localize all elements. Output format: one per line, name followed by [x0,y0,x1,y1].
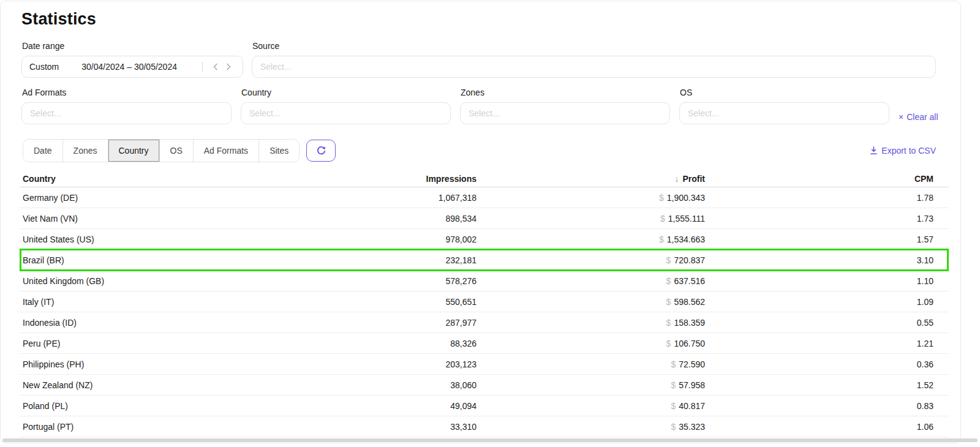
profit-cell: $158.359 [477,318,705,328]
column-header-profit[interactable]: ↓Profit [477,174,705,184]
country-select[interactable] [241,102,451,124]
zones-label: Zones [461,88,670,97]
cpm-cell: 3.10 [705,255,933,265]
cpm-cell: 1.09 [705,297,933,307]
cpm-cell: 1.57 [705,235,933,244]
zones-select[interactable] [460,102,670,124]
cpm-cell: 1.78 [705,193,933,203]
country-filter-label: Country [241,88,451,97]
profit-cell: $106.750 [477,339,705,348]
divider [202,62,203,72]
table-row[interactable]: Poland (PL) 49,094 $40.817 0.83 [20,396,949,416]
date-range-mode[interactable]: Custom [29,62,59,72]
currency-symbol: $ [671,380,676,390]
country-cell: Philippines (PH) [23,359,293,369]
export-csv-label: Export to CSV [881,146,936,156]
previous-range-button[interactable] [208,60,222,73]
impressions-cell: 978,002 [293,235,477,244]
profit-cell: $35.323 [477,422,705,432]
country-cell: United States (US) [23,235,293,244]
country-cell: Poland (PL) [23,401,293,411]
impressions-cell: 1,067,318 [293,193,477,203]
os-select[interactable] [679,102,889,124]
tab-ad-formats[interactable]: Ad Formats [194,140,259,162]
table-row[interactable]: Viet Nam (VN) 898,534 $1,555.111 1.73 [20,208,949,229]
country-cell: Italy (IT) [23,297,293,307]
cpm-cell: 1.52 [705,380,933,390]
impressions-cell: 287,977 [293,318,477,328]
profit-cell: $637.516 [477,276,705,286]
table-row[interactable]: Indonesia (ID) 287,977 $158.359 0.55 [20,312,949,333]
clear-all-button[interactable]: × Clear all [899,112,938,122]
profit-cell: $1,900.343 [477,193,705,203]
date-range-picker[interactable]: Custom 30/04/2024 – 30/05/2024 [21,56,243,78]
tab-date[interactable]: Date [23,140,63,162]
source-select[interactable] [252,56,936,78]
ad-formats-select[interactable] [21,102,232,124]
tab-sites[interactable]: Sites [259,140,299,162]
currency-symbol: $ [659,193,664,203]
page-title: Statistics [21,10,980,29]
impressions-cell: 578,276 [293,276,477,286]
cpm-cell: 0.83 [705,401,933,411]
impressions-cell: 898,534 [293,214,477,224]
date-range-label: Date range [22,41,243,51]
currency-symbol: $ [666,276,671,286]
currency-symbol: $ [671,422,676,432]
filters-section: Date range Custom 30/04/2024 – 30/05/202… [0,41,980,124]
country-cell: United Kingdom (GB) [23,276,293,286]
tab-zones[interactable]: Zones [63,140,108,162]
impressions-cell: 88,326 [293,339,477,348]
currency-symbol: $ [671,359,676,369]
date-range-value[interactable]: 30/04/2024 – 30/05/2024 [59,62,200,72]
table-row[interactable]: Peru (PE) 88,326 $106.750 1.21 [20,333,949,354]
profit-cell: $720.837 [477,255,705,265]
cpm-cell: 0.36 [705,359,933,369]
currency-symbol: $ [666,255,671,265]
clear-all-label: Clear all [907,112,938,122]
table-row[interactable]: Philippines (PH) 203,123 $72.590 0.36 [20,354,949,375]
chevron-left-icon [213,63,218,70]
impressions-cell: 33,310 [293,422,477,432]
clear-icon: × [899,113,903,121]
tab-os[interactable]: OS [160,140,194,162]
next-range-button[interactable] [222,60,235,73]
cpm-cell: 1.06 [705,422,933,432]
table-row[interactable]: United Kingdom (GB) 578,276 $637.516 1.1… [20,271,949,291]
table-row[interactable]: United States (US) 978,002 $1,534.663 1.… [20,229,949,250]
report-toolbar: DateZonesCountryOSAd FormatsSites Export… [23,139,936,162]
column-header-country[interactable]: Country [23,174,293,184]
refresh-icon [315,145,327,157]
currency-symbol: $ [659,235,664,244]
profit-cell: $57.958 [477,380,705,390]
currency-symbol: $ [666,318,671,328]
country-cell: Brazil (BR) [23,255,293,265]
currency-symbol: $ [666,297,671,307]
profit-cell: $72.590 [477,359,705,369]
cpm-cell: 1.73 [705,214,933,224]
table-header-row: Country Impressions ↓Profit CPM [20,171,949,187]
column-header-impressions[interactable]: Impressions [293,174,477,184]
currency-symbol: $ [666,339,671,348]
horizontal-scrollbar[interactable] [2,438,978,442]
export-csv-button[interactable]: Export to CSV [870,146,936,156]
profit-cell: $40.817 [477,401,705,411]
table-row[interactable]: Italy (IT) 550,651 $598.562 1.09 [20,291,949,312]
table-row[interactable]: New Zealand (NZ) 38,060 $57.958 1.52 [20,375,949,396]
source-label: Source [252,41,936,51]
country-cell: New Zealand (NZ) [23,380,293,390]
impressions-cell: 203,123 [293,359,477,369]
table-row[interactable]: Portugal (PT) 33,310 $35.323 1.06 [20,416,949,437]
ad-formats-label: Ad Formats [22,88,232,97]
country-cell: Germany (DE) [23,193,293,203]
table-row[interactable]: Germany (DE) 1,067,318 $1,900.343 1.78 [20,187,949,208]
country-cell: Viet Nam (VN) [23,214,293,224]
table-body: Germany (DE) 1,067,318 $1,900.343 1.78 V… [20,187,949,437]
profit-cell: $1,534.663 [477,235,705,244]
country-cell: Peru (PE) [23,339,293,348]
column-header-cpm[interactable]: CPM [705,174,933,184]
tab-country[interactable]: Country [108,140,160,162]
table-row[interactable]: Brazil (BR) 232,181 $720.837 3.10 [20,250,949,271]
refresh-button[interactable] [306,140,336,162]
sort-desc-icon: ↓ [674,174,679,184]
